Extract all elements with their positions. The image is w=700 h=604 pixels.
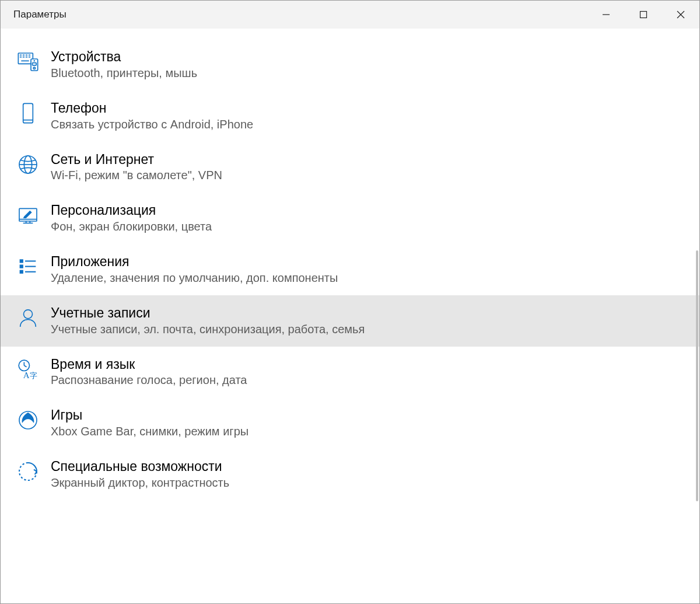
globe-icon — [16, 152, 40, 177]
close-icon — [677, 11, 685, 19]
category-desc: Учетные записи, эл. почта, синхронизация… — [51, 322, 365, 337]
accounts-icon — [16, 306, 40, 330]
settings-window: Параметры — [0, 0, 700, 604]
category-title: Сеть и Интернет — [51, 151, 222, 168]
titlebar: Параметры — [1, 1, 699, 29]
content-area: Устройства Bluetooth, принтеры, мышь Тел… — [1, 29, 699, 603]
category-title: Игры — [51, 407, 249, 424]
settings-category-list: Устройства Bluetooth, принтеры, мышь Тел… — [1, 29, 699, 500]
minimize-icon — [602, 11, 610, 19]
window-title: Параметры — [13, 9, 66, 20]
svg-point-34 — [24, 310, 33, 319]
category-phone[interactable]: Телефон Связать устройство с Android, iP… — [1, 90, 699, 142]
category-desc: Bluetooth, принтеры, мышь — [51, 65, 197, 81]
category-desc: Удаление, значения по умолчанию, доп. ко… — [51, 270, 338, 286]
category-desc: Распознавание голоса, регион, дата — [51, 372, 247, 388]
category-time-language[interactable]: A 字 Время и язык Распознавание голоса, р… — [1, 347, 699, 398]
svg-rect-29 — [20, 266, 23, 268]
category-personalization[interactable]: Персонализация Фон, экран блокировки, цв… — [1, 193, 699, 244]
category-apps[interactable]: Приложения Удаление, значения по умолчан… — [1, 244, 699, 295]
category-title: Время и язык — [51, 356, 247, 373]
category-gaming[interactable]: Игры Xbox Game Bar, снимки, режим игры — [1, 397, 699, 449]
svg-line-37 — [24, 365, 26, 367]
accessibility-icon — [16, 459, 40, 484]
svg-rect-30 — [20, 271, 23, 273]
close-button[interactable] — [662, 1, 699, 29]
phone-icon — [16, 101, 40, 125]
apps-icon — [16, 254, 40, 279]
maximize-button[interactable] — [625, 1, 662, 29]
svg-text:字: 字 — [30, 371, 37, 380]
category-accounts[interactable]: Учетные записи Учетные записи, эл. почта… — [1, 295, 699, 347]
minimize-button[interactable] — [587, 1, 625, 29]
category-desc: Связать устройство с Android, iPhone — [51, 117, 253, 132]
svg-point-15 — [34, 60, 35, 62]
svg-text:A: A — [23, 371, 30, 380]
scrollbar-thumb[interactable] — [696, 250, 698, 501]
svg-rect-28 — [20, 260, 23, 262]
personalization-icon — [16, 203, 40, 228]
category-desc: Фон, экран блокировки, цвета — [51, 219, 212, 235]
category-title: Специальные возможности — [51, 458, 229, 475]
category-network[interactable]: Сеть и Интернет Wi-Fi, режим "в самолете… — [1, 142, 699, 193]
devices-icon — [16, 50, 40, 74]
category-devices[interactable]: Устройства Bluetooth, принтеры, мышь — [1, 39, 699, 90]
category-desc: Xbox Game Bar, снимки, режим игры — [51, 424, 249, 439]
time-language-icon: A 字 — [16, 357, 40, 382]
category-title: Телефон — [51, 100, 253, 117]
gaming-icon — [16, 408, 40, 432]
category-title: Персонализация — [51, 202, 212, 219]
category-title: Приложения — [51, 253, 338, 270]
category-title: Устройства — [51, 48, 197, 65]
category-accessibility[interactable]: Специальные возможности Экранный диктор,… — [1, 449, 699, 500]
maximize-icon — [639, 11, 648, 19]
titlebar-controls — [587, 1, 699, 29]
category-desc: Wi-Fi, режим "в самолете", VPN — [51, 167, 222, 183]
svg-rect-1 — [640, 12, 647, 18]
category-title: Учетные записи — [51, 305, 365, 322]
category-desc: Экранный диктор, контрастность — [51, 475, 229, 491]
